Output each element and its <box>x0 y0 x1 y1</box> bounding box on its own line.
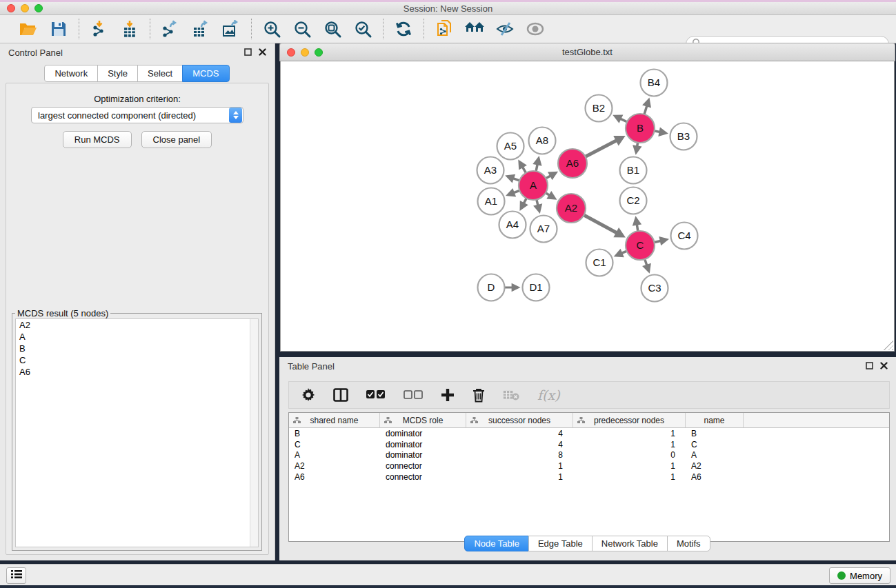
node-C2[interactable]: C2 <box>620 187 647 214</box>
optimization-criterion-label: Optimization criterion: <box>6 94 268 104</box>
zoom-in-icon[interactable] <box>261 19 282 39</box>
node-A2[interactable]: A2 <box>557 194 586 223</box>
save-session-icon[interactable] <box>48 19 69 39</box>
network-canvas[interactable]: B4B2BB3A8A5A6B1A3AA1C2A2A4A7C4CC1C3DD1 <box>280 61 895 352</box>
memory-button[interactable]: Memory <box>829 567 890 584</box>
result-item[interactable]: A6 <box>16 366 258 378</box>
eye-icon[interactable] <box>525 19 546 39</box>
float-table-panel-icon[interactable] <box>866 360 873 372</box>
dropdown-stepper-icon <box>229 108 242 123</box>
memory-status-icon <box>837 571 846 580</box>
cell: B <box>289 429 380 438</box>
run-mcds-button[interactable]: Run MCDS <box>63 131 132 148</box>
zoom-fit-icon[interactable] <box>322 19 343 39</box>
import-table-icon[interactable] <box>119 19 140 39</box>
edge-arrowhead <box>512 283 521 292</box>
tab-select[interactable]: Select <box>137 65 183 82</box>
table-panel-title: Table Panel <box>288 361 866 372</box>
network-window-titlebar[interactable]: testGlobe.txt <box>279 43 895 61</box>
mcds-result-list[interactable]: A2ABCA6 <box>15 318 259 547</box>
control-panel-title: Control Panel <box>8 48 244 58</box>
node-C1[interactable]: C1 <box>586 250 613 276</box>
tab-node-table[interactable]: Node Table <box>464 536 529 551</box>
column-header-shared-name[interactable]: shared name <box>289 413 380 427</box>
close-panel-icon[interactable] <box>259 46 266 59</box>
delete-icon[interactable] <box>472 385 485 405</box>
tab-edge-table[interactable]: Edge Table <box>528 536 593 551</box>
columns-icon[interactable] <box>333 385 348 405</box>
column-header-successor-nodes[interactable]: successor nodes <box>466 413 573 427</box>
tab-mcds[interactable]: MCDS <box>182 65 229 82</box>
export-network-icon[interactable] <box>160 19 181 39</box>
cell: 1 <box>573 440 686 449</box>
table-row[interactable]: Bdominator41B <box>289 428 889 439</box>
network-graph[interactable]: B4B2BB3A8A5A6B1A3AA1C2A2A4A7C4CC1C3DD1 <box>281 61 895 352</box>
float-panel-icon[interactable] <box>244 46 252 59</box>
node-table[interactable]: shared nameMCDS rolesuccessor nodesprede… <box>288 412 890 542</box>
zoom-out-icon[interactable] <box>292 19 312 39</box>
column-header-name[interactable]: name <box>686 413 744 427</box>
zoom-selected-icon[interactable] <box>352 19 373 39</box>
refresh-icon[interactable] <box>393 19 414 39</box>
result-item[interactable]: A <box>16 331 258 343</box>
column-header-MCDS-role[interactable]: MCDS role <box>380 413 466 427</box>
table-row[interactable]: A6connector11A6 <box>289 472 889 483</box>
node-A1[interactable]: A1 <box>478 188 505 215</box>
node-B2[interactable]: B2 <box>586 95 613 122</box>
hide-details-icon[interactable] <box>495 19 515 39</box>
close-panel-button[interactable]: Close panel <box>141 131 212 148</box>
node-A3[interactable]: A3 <box>477 157 504 184</box>
cell: A <box>289 450 380 460</box>
edge-A2-C[interactable] <box>584 215 617 234</box>
export-table-icon[interactable] <box>190 19 211 39</box>
tab-style[interactable]: Style <box>97 65 138 82</box>
node-A4[interactable]: A4 <box>499 212 526 239</box>
node-A5[interactable]: A5 <box>497 133 524 160</box>
select-all-icon[interactable] <box>366 385 386 405</box>
edge-arrowhead <box>642 98 651 108</box>
node-D1[interactable]: D1 <box>523 274 550 301</box>
column-label: shared name <box>310 416 358 425</box>
edge-B-B4[interactable] <box>644 105 647 115</box>
node-A8[interactable]: A8 <box>529 128 556 154</box>
table-row[interactable]: Cdominator41C <box>289 439 889 450</box>
node-A6[interactable]: A6 <box>558 149 587 178</box>
resize-grip[interactable] <box>884 341 893 350</box>
result-item[interactable]: C <box>16 354 258 366</box>
edit-column-icon <box>384 416 392 426</box>
node-B1[interactable]: B1 <box>620 157 647 184</box>
settings-gear-icon[interactable] <box>301 385 315 405</box>
result-list-scrollbar[interactable] <box>250 319 258 547</box>
node-C3[interactable]: C3 <box>641 275 668 302</box>
status-bar: Memory <box>0 564 896 585</box>
edge-arrowhead <box>633 216 641 225</box>
export-image-icon[interactable] <box>221 19 241 39</box>
open-session-icon[interactable] <box>18 19 39 39</box>
add-icon[interactable] <box>441 385 455 405</box>
optimization-criterion-select[interactable]: largest connected component (directed) <box>31 107 243 123</box>
node-C4[interactable]: C4 <box>671 223 698 250</box>
result-item[interactable]: A2 <box>16 319 258 331</box>
node-C[interactable]: C <box>626 231 655 260</box>
import-network-icon[interactable] <box>89 19 110 39</box>
result-item[interactable]: B <box>16 343 258 354</box>
node-B[interactable]: B <box>626 114 655 143</box>
node-D[interactable]: D <box>478 274 505 301</box>
tab-network[interactable]: Network <box>44 65 98 82</box>
node-B3[interactable]: B3 <box>670 123 697 150</box>
table-row[interactable]: Adominator80A <box>289 450 889 461</box>
tab-motifs[interactable]: Motifs <box>667 536 710 551</box>
home-icon[interactable] <box>464 19 485 39</box>
node-B4[interactable]: B4 <box>641 70 668 97</box>
clone-network-icon[interactable] <box>434 19 455 39</box>
node-label: D <box>488 281 495 293</box>
table-row[interactable]: A2connector11A2 <box>289 460 889 472</box>
column-header-predecessor-nodes[interactable]: predecessor nodes <box>573 413 686 427</box>
node-A7[interactable]: A7 <box>530 216 557 243</box>
close-table-panel-icon[interactable] <box>880 360 888 372</box>
node-A[interactable]: A <box>519 171 548 200</box>
deselect-all-icon[interactable] <box>404 385 423 405</box>
tab-network-table[interactable]: Network Table <box>592 536 668 551</box>
edge-A6-B[interactable] <box>585 140 617 156</box>
task-history-button[interactable] <box>6 567 26 584</box>
